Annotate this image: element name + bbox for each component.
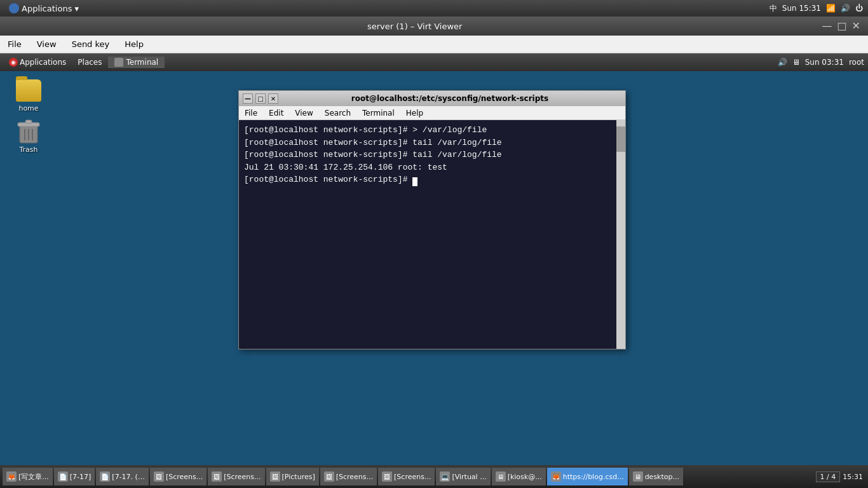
trash-icon-label: Trash — [19, 146, 37, 154]
host-taskbar-top-left: Applications ▾ — [5, 2, 83, 15]
terminal-maximize[interactable]: □ — [255, 93, 266, 104]
terminal-title: root@localhost:/etc/sysconfig/network-sc… — [278, 94, 621, 103]
host-taskbar-top: Applications ▾ 中 Sun 15:31 📶 🔊 ⏻ — [0, 0, 868, 17]
virt-viewer-close[interactable]: ✕ — [852, 21, 860, 31]
guest-user-label: root — [849, 58, 864, 67]
terminal-line-4: Jul 21 03:30:41 172.25.254.106 root: tes… — [244, 161, 620, 174]
host-taskbar-item-2[interactable]: 📄 [7-17. (… — [96, 468, 149, 485]
host-taskbar-item-11[interactable]: 🖥 desktop... — [629, 468, 683, 485]
host-taskbar-item-0[interactable]: 🦊 [写文章... — [3, 468, 53, 485]
host-taskbar-item-3[interactable]: 🖼 [Screens... — [150, 468, 207, 485]
terminal-win-controls: — □ ✕ — [243, 93, 278, 104]
desktop-icon-home[interactable]: home — [6, 78, 51, 112]
virt-viewer-menu-help[interactable]: Help — [122, 38, 146, 50]
host-taskbar-item-1[interactable]: 📄 [7-17] — [54, 468, 95, 485]
terminal-window: — □ ✕ root@localhost:/etc/sysconfig/netw… — [238, 90, 626, 349]
taskbar-item-label-11: desktop... — [645, 473, 679, 481]
taskbar-item-label-7: [Screens... — [394, 473, 431, 481]
virt-viewer-menu-sendkey[interactable]: Send key — [69, 38, 112, 50]
host-pager[interactable]: 1 / 4 — [816, 471, 841, 482]
terminal-menu-terminal[interactable]: Terminal — [360, 108, 397, 118]
taskbar-item-label-3: [Screens... — [166, 473, 203, 481]
taskbar-item-icon-2: 📄 — [100, 471, 110, 482]
terminal-close[interactable]: ✕ — [268, 93, 278, 104]
terminal-line-3: [root@localhost network-scripts]# tail /… — [244, 149, 620, 161]
terminal-menu-search[interactable]: Search — [323, 108, 353, 118]
terminal-menu-file[interactable]: File — [243, 108, 259, 118]
host-applications-menu[interactable]: Applications ▾ — [5, 2, 83, 15]
guest-applications-label: Applications — [20, 58, 66, 67]
guest-terminal-tab-label: Terminal — [126, 58, 158, 67]
home-folder-image — [16, 78, 41, 103]
taskbar-item-icon-1: 📄 — [58, 471, 68, 482]
virt-viewer-menubar: File View Send key Help — [0, 36, 868, 53]
virt-viewer-titlebar: server (1) – Virt Viewer — □ ✕ — [0, 17, 868, 36]
virt-viewer-title: server (1) – Virt Viewer — [8, 22, 822, 31]
taskbar-item-icon-11: 🖥 — [633, 471, 643, 482]
taskbar-item-icon-0: 🦊 — [6, 471, 17, 482]
desktop-icons: home — [6, 78, 51, 154]
host-bottom-clock: 15:31 — [843, 473, 863, 481]
host-input-method[interactable]: 中 — [770, 3, 777, 14]
terminal-minimize[interactable]: — — [243, 93, 253, 104]
taskbar-item-label-2: [7-17. (… — [112, 473, 145, 481]
terminal-menu-view[interactable]: View — [293, 108, 315, 118]
taskbar-item-icon-9: 🖥 — [496, 471, 506, 482]
taskbar-item-label-6: [Screens... — [336, 473, 373, 481]
desktop-icon-trash[interactable]: Trash — [6, 119, 51, 154]
fedora-icon — [9, 3, 19, 13]
guest-places-label: Places — [78, 58, 102, 67]
terminal-line-5: [root@localhost network-scripts]# — [244, 173, 620, 186]
terminal-line-2: [root@localhost network-scripts]# tail /… — [244, 137, 620, 149]
virt-viewer-menu-file[interactable]: File — [5, 38, 24, 50]
virt-viewer-minimize[interactable]: — — [822, 21, 832, 31]
terminal-line-1: [root@localhost network-scripts]# > /var… — [244, 124, 620, 137]
guest-terminal-tab[interactable]: Terminal — [108, 57, 165, 68]
guest-fedora-icon: ◉ — [9, 58, 18, 67]
trash-icon-image — [16, 119, 41, 144]
host-taskbar-bottom: 🦊 [写文章... 📄 [7-17] 📄 [7-17. (… 🖼 [Screen… — [0, 465, 868, 488]
taskbar-item-icon-10: 🦊 — [551, 471, 561, 482]
guest-volume-icon[interactable]: 🔊 — [778, 58, 787, 67]
terminal-scrollbar[interactable] — [616, 120, 625, 349]
host-power-icon[interactable]: ⏻ — [855, 4, 863, 13]
host-taskbar-item-10[interactable]: 🦊 https://blog.csd... — [547, 468, 628, 485]
taskbar-item-icon-6: 🖼 — [324, 471, 334, 482]
terminal-scrollbar-thumb[interactable] — [616, 126, 625, 152]
virt-viewer-controls: — □ ✕ — [822, 21, 860, 31]
guest-panel-top-left: ◉ Applications Places Terminal — [4, 57, 165, 68]
host-taskbar-item-9[interactable]: 🖥 [kiosk@... — [492, 468, 546, 485]
taskbar-item-icon-5: 🖼 — [270, 471, 280, 482]
host-taskbar-item-7[interactable]: 🖼 [Screens... — [378, 468, 435, 485]
guest-applications-menu[interactable]: ◉ Applications — [4, 57, 71, 68]
terminal-cursor — [412, 177, 417, 186]
host-taskbar-top-right: 中 Sun 15:31 📶 🔊 ⏻ — [770, 3, 863, 14]
host-volume-icon[interactable]: 🔊 — [841, 4, 850, 13]
taskbar-item-icon-8: 💻 — [440, 471, 450, 482]
virt-viewer-maximize[interactable]: □ — [837, 21, 846, 31]
taskbar-item-label-8: [Virtual ... — [452, 473, 486, 481]
guest-places-menu[interactable]: Places — [72, 57, 107, 68]
guest-panel-top: ◉ Applications Places Terminal 🔊 🖥 Sun 0… — [0, 53, 868, 71]
taskbar-item-label-1: [7-17] — [70, 473, 92, 481]
guest-screen-icon[interactable]: 🖥 — [792, 58, 800, 67]
host-applications-label: Applications — [22, 4, 72, 13]
folder-icon — [16, 79, 41, 102]
host-taskbar-bottom-right: 1 / 4 15:31 — [816, 471, 865, 482]
host-taskbar-item-8[interactable]: 💻 [Virtual ... — [436, 468, 490, 485]
virt-viewer-menu-view[interactable]: View — [34, 38, 59, 50]
host-applications-arrow: ▾ — [74, 4, 79, 13]
terminal-menu-help[interactable]: Help — [404, 108, 425, 118]
taskbar-item-icon-7: 🖼 — [382, 471, 392, 482]
terminal-content[interactable]: [root@localhost network-scripts]# > /var… — [239, 120, 625, 349]
taskbar-item-label-9: [kiosk@... — [508, 473, 542, 481]
trash-icon-svg — [17, 119, 40, 144]
taskbar-item-icon-4: 🖼 — [212, 471, 222, 482]
guest-panel-top-right: 🔊 🖥 Sun 03:31 root — [778, 58, 864, 67]
host-taskbar-item-5[interactable]: 🖼 [Pictures] — [266, 468, 319, 485]
terminal-menu-edit[interactable]: Edit — [267, 108, 285, 118]
host-taskbar-item-4[interactable]: 🖼 [Screens... — [208, 468, 264, 485]
terminal-menubar: File Edit View Search Terminal Help — [239, 106, 625, 120]
taskbar-item-label-10: https://blog.csd... — [563, 473, 624, 481]
host-taskbar-item-6[interactable]: 🖼 [Screens... — [320, 468, 377, 485]
